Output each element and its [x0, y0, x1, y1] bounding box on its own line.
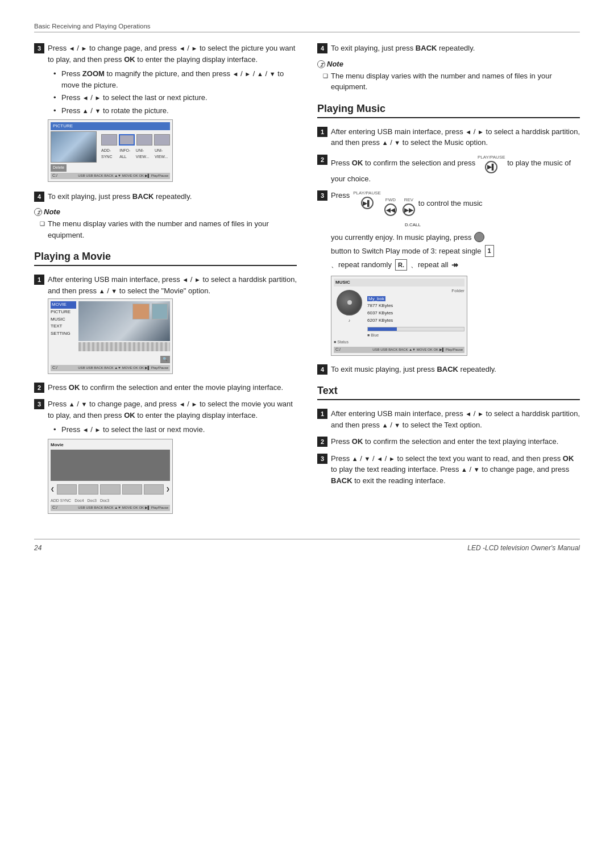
- playing-movie-title: Playing a Movie: [34, 251, 297, 266]
- movie-step2-badge: 2: [34, 383, 44, 393]
- music-step4: 4 To exit music playing, just press BACK…: [317, 364, 580, 375]
- movie-files-main: [51, 450, 170, 481]
- note-item-right-1: The menu display varies with the number …: [323, 70, 580, 93]
- menu-text: TEXT: [51, 323, 76, 330]
- to-control-text: to control the music: [418, 198, 483, 209]
- music-file-4: 6207 KBytes: [367, 318, 393, 323]
- music-file-3-row: 6037 KBytes: [367, 310, 464, 317]
- music-file-4-row: 6207 KBytes: [367, 317, 464, 325]
- movie-step1-badge: 1: [34, 275, 44, 285]
- music-step4-content: To exit music playing, just press BACK r…: [331, 364, 580, 375]
- music-note-label: ♪: [334, 318, 365, 324]
- step3-badge: 3: [34, 43, 44, 53]
- music-file-2-row: 7877 KBytes: [367, 302, 464, 310]
- press-label: Press: [331, 190, 350, 201]
- music-file-2: 7877 KBytes: [367, 303, 393, 308]
- movie-step3-badge: 3: [34, 399, 44, 409]
- movie-step2: 2 Press OK to confirm the selection and …: [34, 382, 297, 393]
- dcall-circle-btn: [474, 232, 484, 242]
- text-step1-content: After entering USB main interface, press…: [331, 408, 580, 430]
- repeat-single-icon: 1: [485, 245, 494, 257]
- music-file-area: Folder My_bok 7877 KBytes 6037 KBytes: [367, 288, 464, 339]
- play-pause-label-step3: PLAY/PAUSE: [353, 190, 381, 197]
- menu-picture: PICTURE: [51, 309, 76, 316]
- movie-thumb4: [122, 484, 142, 495]
- step4-left-item: 4 To exit playing, just press BACK repea…: [34, 191, 297, 202]
- music-step3-badge: 3: [317, 190, 327, 201]
- step4-right-item: 4 To exit playing, just press BACK repea…: [317, 43, 580, 54]
- music-time-label: ■ Blue: [367, 333, 464, 339]
- play-pause-btn-step2: ▶▌: [485, 161, 497, 173]
- movie-thumb5: [144, 484, 164, 495]
- movie-menu-list: MOVIE PICTURE MUSIC TEXT SETTING: [51, 301, 76, 364]
- movie-step2-content: Press OK to confirm the selection and en…: [48, 382, 297, 393]
- music-status-bar: ■ Status: [334, 339, 464, 346]
- repeat-random-icon: R.: [395, 259, 407, 271]
- menu-setting: SETTING: [51, 330, 76, 338]
- step3-content: Press ◄ / ► to change page, and press ◄ …: [48, 43, 297, 185]
- switch-mode-row: button to Switch Play mode of 3: repeat …: [331, 245, 580, 257]
- dcall-label: D.CALL: [405, 222, 421, 227]
- dcall-row: D.CALL: [331, 218, 580, 230]
- music-step1-content: After entering USB main interface, press…: [331, 126, 580, 148]
- text-step3-content: Press ▲ / ▼ / ◄ / ► to select the text y…: [331, 453, 580, 487]
- footer-page-num: 24: [34, 544, 42, 552]
- movie-menu-screen: MOVIE PICTURE MUSIC TEXT SETTING: [48, 298, 173, 374]
- music-step2: 2 Press OK to confirm the selection and …: [317, 154, 580, 185]
- note-list-left: The menu display varies with the number …: [40, 218, 297, 240]
- music-step3-content: Press PLAY/PAUSE ▶▌ FWD ◀◀ REV ▶▶: [331, 190, 580, 358]
- movie-thumb1: [57, 484, 77, 495]
- play-pause-btn-step3: ▶▌: [361, 197, 374, 209]
- play-pause-label-top: PLAY/PAUSE: [478, 154, 505, 161]
- step4-right-badge: 4: [317, 43, 327, 53]
- step4-right-content: To exit playing, just press BACK repeate…: [331, 43, 580, 54]
- music-step1: 1 After entering USB main interface, pre…: [317, 126, 580, 148]
- music-step2-content: Press OK to confirm the selection and pr…: [331, 154, 580, 185]
- music-file-3: 6037 KBytes: [367, 310, 393, 315]
- music-screen-header: MUSIC: [334, 279, 464, 286]
- menu-music: MUSIC: [51, 316, 76, 323]
- picture-main-image: [51, 131, 97, 163]
- text-step2-content: Press OK to confirm the selection and en…: [331, 436, 580, 447]
- picture-screen-label: PICTURE: [51, 122, 170, 130]
- music-file-list: My_bok 7877 KBytes 6037 KBytes 6207 KByt…: [367, 296, 464, 325]
- left-column: 3 Press ◄ / ► to change page, and press …: [34, 43, 297, 522]
- note-block-right: 𝓘Note The menu display varies with the n…: [317, 60, 580, 93]
- movie-menu-bottom: C:/ USB USB BACK BACK ▲▼ MOVE OK OK ▶▌ P…: [51, 365, 170, 371]
- ps-thumb2: [119, 134, 135, 146]
- header-text: Basic Receiving and Playing Operations: [34, 23, 151, 30]
- movie-files-bottom: C:/ USB USB BACK BACK ▲▼ MOVE OK OK ▶▌ P…: [51, 505, 170, 511]
- bullet-select-pic: Press ◄ / ► to select the last or next p…: [53, 92, 297, 103]
- music-step1-badge: 1: [317, 127, 327, 137]
- music-play-bar: [367, 327, 464, 331]
- footer-text: LED -LCD television Owner's Manual: [467, 544, 580, 552]
- picture-screen-bottom: C:/ USB USB BACK BACK ▲▼ MOVE OK OK ▶▌ P…: [51, 173, 170, 179]
- music-folder-label: Folder: [367, 288, 464, 294]
- music-screen-bottom: C:/ USB USB BACK BACK ▲▼ MOVE OK OK ▶▌ P…: [334, 347, 464, 353]
- movie-files-screen: Movie ❮ ❯ ADD SYNCD: [48, 439, 173, 514]
- movie-files-header: Movie: [51, 442, 170, 448]
- text-step1: 1 After entering USB main interface, pre…: [317, 408, 580, 430]
- movie-menu-content: MOVIE PICTURE MUSIC TEXT SETTING: [51, 301, 170, 364]
- step4-left-badge: 4: [34, 192, 44, 202]
- music-step2-badge: 2: [317, 155, 327, 165]
- music-file-1: My_bok: [367, 296, 385, 301]
- note-icon-left: 𝓘: [34, 208, 42, 216]
- note-title-left: 𝓘Note: [34, 207, 297, 216]
- ps-thumb1: [101, 134, 117, 146]
- music-file-selected: My_bok: [367, 296, 464, 303]
- music-disk: [337, 290, 362, 315]
- note-list-right: The menu display varies with the number …: [323, 70, 580, 93]
- menu-movie: MOVIE: [51, 301, 76, 309]
- picture-screen-content: ADD-SYNCINFO-ALLUNI-VIEW...UNI-VIEW...: [51, 131, 170, 163]
- fwd-btn: ◀◀: [384, 203, 397, 216]
- movie-step3-bullets: Press ◄ / ► to select the last or next m…: [53, 424, 297, 435]
- rev-label: REV: [404, 197, 413, 203]
- playing-music-title: Playing Music: [317, 103, 580, 118]
- note-title-right: 𝓘Note: [317, 60, 580, 68]
- delete-button: Delete: [51, 164, 67, 172]
- text-step3: 3 Press ▲ / ▼ / ◄ / ► to select the text…: [317, 453, 580, 487]
- page-header: Basic Receiving and Playing Operations: [34, 23, 580, 32]
- rev-btn: ▶▶: [403, 203, 415, 216]
- music-step3: 3 Press PLAY/PAUSE ▶▌ FWD ◀◀: [317, 190, 580, 358]
